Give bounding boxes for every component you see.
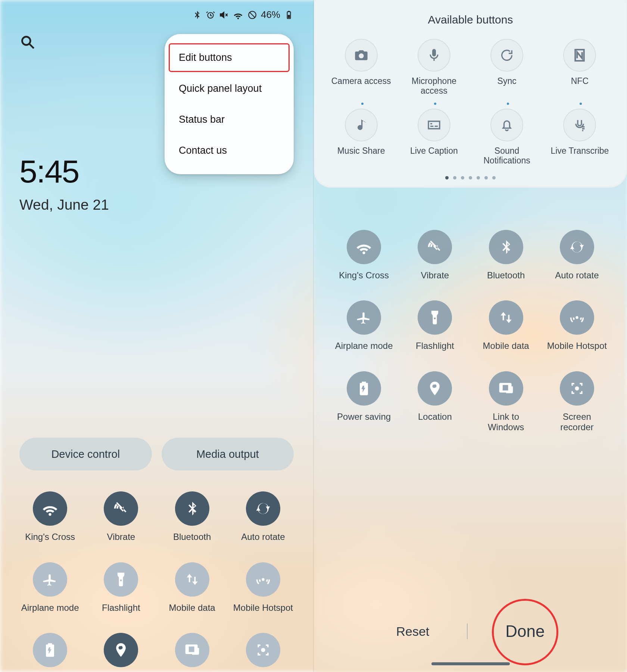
tile-label: Flashlight	[416, 341, 454, 351]
clock-date: Wed, June 21	[19, 197, 109, 213]
mobiledata-icon	[489, 300, 523, 335]
menu-edit-buttons[interactable]: Edit buttons	[168, 42, 291, 73]
quick-panel-screen: 46% Edit buttons Quick panel layout Stat…	[0, 0, 313, 672]
tile-battery[interactable]: Power saving	[18, 633, 82, 672]
do-not-disturb-icon	[247, 10, 257, 20]
tile-label: Auto rotate	[241, 532, 285, 542]
available-label: Camera access	[331, 76, 391, 86]
clock-area: 5:45 Wed, June 21	[19, 153, 109, 213]
edit-buttons-screen: Available buttons Camera accessMicrophon…	[313, 0, 627, 672]
available-label: Microphone access	[402, 76, 466, 96]
tile-rotate[interactable]: Auto rotate	[545, 230, 609, 281]
tile-bluetooth[interactable]: Bluetooth	[474, 230, 538, 281]
tile-flashlight[interactable]: Flashlight	[89, 562, 153, 613]
available-label: Live Transcribe	[550, 146, 609, 156]
wifi-icon	[233, 10, 244, 20]
record-icon	[246, 633, 280, 667]
reset-button[interactable]: Reset	[396, 624, 429, 639]
sync-icon	[490, 39, 523, 72]
tile-record[interactable]: Screen recorder	[545, 371, 609, 432]
tile-airplane[interactable]: Airplane mode	[18, 562, 82, 613]
available-label: Sound Notifications	[475, 146, 539, 166]
overflow-menu: Edit buttons Quick panel layout Status b…	[165, 34, 294, 174]
tile-flashlight[interactable]: Flashlight	[403, 300, 467, 351]
tile-bluetooth[interactable]: Bluetooth	[160, 491, 224, 542]
tile-vibrate[interactable]: Vibrate	[89, 491, 153, 542]
available-sync[interactable]: Sync	[472, 39, 542, 96]
battery-icon	[347, 371, 381, 406]
tile-vibrate[interactable]: Vibrate	[403, 230, 467, 281]
quick-tiles-grid: King's CrossVibrateBluetoothAuto rotateA…	[0, 491, 313, 672]
done-button[interactable]: Done	[505, 622, 545, 641]
drag-handle[interactable]	[507, 103, 509, 105]
available-caption[interactable]: Live Caption	[399, 109, 468, 166]
drag-handle[interactable]	[580, 103, 582, 105]
tile-location[interactable]: Location	[89, 633, 153, 672]
search-icon[interactable]	[19, 34, 36, 50]
device-control-chip[interactable]: Device control	[19, 438, 152, 471]
tile-wifi[interactable]: King's Cross	[332, 230, 396, 281]
tile-record[interactable]: Screen recorder	[231, 633, 295, 672]
available-musicshare[interactable]: Music Share	[327, 109, 396, 166]
tile-wifi[interactable]: King's Cross	[18, 491, 82, 542]
bluetooth-icon	[489, 230, 523, 264]
tile-label: Bluetooth	[173, 532, 211, 542]
transcribe-icon	[563, 109, 596, 141]
location-icon	[104, 633, 138, 667]
status-bar: 46%	[0, 0, 313, 21]
link-icon	[175, 633, 209, 667]
alarm-icon	[206, 10, 215, 20]
tile-hotspot[interactable]: Mobile Hotspot	[545, 300, 609, 351]
drag-handle[interactable]	[434, 103, 436, 105]
available-camera[interactable]: Camera access	[327, 39, 396, 96]
airplane-icon	[347, 300, 381, 335]
media-output-chip[interactable]: Media output	[162, 438, 294, 471]
available-nfc[interactable]: NFC	[545, 39, 614, 96]
mute-icon	[219, 10, 229, 20]
drag-handle[interactable]	[361, 103, 364, 105]
tile-label: King's Cross	[25, 532, 75, 542]
tile-label: Bluetooth	[487, 270, 525, 281]
airplane-icon	[33, 562, 67, 597]
available-mic[interactable]: Microphone access	[399, 39, 468, 96]
link-icon	[489, 371, 523, 406]
tile-rotate[interactable]: Auto rotate	[231, 491, 295, 542]
available-label: Music Share	[337, 146, 385, 156]
tile-label: Screen recorder	[545, 412, 609, 432]
available-bell[interactable]: Sound Notifications	[472, 109, 542, 166]
nav-handle[interactable]	[431, 662, 510, 665]
hotspot-icon	[246, 562, 280, 597]
flashlight-icon	[104, 562, 138, 597]
tile-battery[interactable]: Power saving	[332, 371, 396, 432]
tile-label: Vibrate	[421, 270, 449, 281]
tile-hotspot[interactable]: Mobile Hotspot	[231, 562, 295, 613]
tile-label: Mobile Hotspot	[233, 603, 293, 613]
menu-contact-us[interactable]: Contact us	[168, 135, 291, 166]
tile-label: Location	[418, 412, 452, 422]
tile-link[interactable]: Link to Windows	[160, 633, 224, 672]
clock-time: 5:45	[19, 153, 109, 190]
tile-label: Mobile Hotspot	[547, 341, 607, 351]
tile-mobiledata[interactable]: Mobile data	[160, 562, 224, 613]
available-buttons-panel: Available buttons Camera accessMicrophon…	[314, 0, 627, 188]
tile-label: Flashlight	[102, 603, 140, 613]
available-buttons-title: Available buttons	[327, 13, 614, 26]
menu-quick-panel-layout[interactable]: Quick panel layout	[168, 73, 291, 104]
tile-link[interactable]: Link to Windows	[474, 371, 538, 432]
rotate-icon	[246, 491, 280, 526]
musicshare-icon	[345, 109, 378, 141]
tile-label: Mobile data	[169, 603, 215, 613]
tile-airplane[interactable]: Airplane mode	[332, 300, 396, 351]
wifi-icon	[347, 230, 381, 264]
bluetooth-icon	[192, 10, 202, 20]
vibrate-icon	[104, 491, 138, 526]
tile-location[interactable]: Location	[403, 371, 467, 432]
camera-icon	[345, 39, 378, 72]
tile-mobiledata[interactable]: Mobile data	[474, 300, 538, 351]
bluetooth-icon	[175, 491, 209, 526]
location-icon	[418, 371, 452, 406]
available-transcribe[interactable]: Live Transcribe	[545, 109, 614, 166]
menu-status-bar[interactable]: Status bar	[168, 104, 291, 135]
available-label: Sync	[497, 76, 517, 86]
tile-label: Auto rotate	[555, 270, 599, 281]
